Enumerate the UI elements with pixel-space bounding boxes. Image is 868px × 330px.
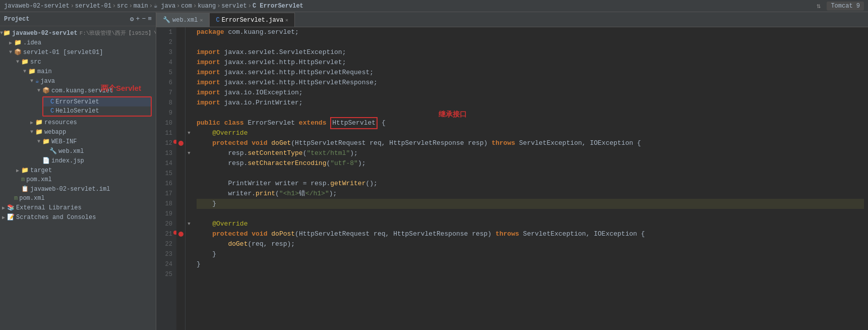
expand-arrow[interactable]: ▼ [28,129,35,135]
tree-item-iml[interactable]: 📋 javaweb-02-servlet.iml [0,184,156,194]
code-line-16: PrintWriter writer = resp.getWriter(); [197,179,864,189]
ln-20: 20 [156,219,172,229]
expand-arrow[interactable]: ▼ [35,88,42,93]
tree-item-extlibs[interactable]: ▶ 📚 External Libraries [0,203,156,212]
code-line-20: @Override [197,219,864,229]
code-line-15 [197,169,864,179]
expand-arrow[interactable]: ▼ [35,139,42,144]
code-line-8: import java.io.PrintWriter; [197,98,864,108]
code-content[interactable]: package com.kuang.servlet; import javax.… [193,27,868,330]
folder-icon: 📁 [28,68,36,75]
code-line-19 [197,209,864,219]
tab-webxml[interactable]: 🔧 web.xml ✕ [156,13,209,27]
tree-root[interactable]: ▼ 📁 javaweb-02-servlet F:\班级管理\西开【19525】… [0,28,156,38]
sort-icon[interactable]: ⇅ [817,2,821,10]
tree-item-errorservlet[interactable]: C ErrorServlet [43,97,151,106]
expand-arrow[interactable]: ▶ [0,214,7,221]
code-line-23: } [197,249,864,259]
gutter-20 [176,219,185,229]
tree-item-webapp[interactable]: ▼ 📁 webapp [0,127,156,137]
fold-12[interactable]: ▼ [185,148,193,158]
code-line-13: resp.setContentType("text/html"); [197,148,864,158]
item-label: HelloServlet [55,107,99,115]
expand-arrow[interactable]: ▼ [21,69,28,74]
item-label: ErrorServlet [55,98,99,105]
item-label: External Libraries [16,204,82,211]
code-line-24: } [197,259,864,269]
item-label: src [30,59,41,66]
folder-icon: 📁 [42,138,50,145]
tree-item-src[interactable]: ▼ 📁 src [0,57,156,67]
tree-item-webinf[interactable]: ▼ 📁 WEB-INF [0,137,156,146]
gutter [176,27,185,330]
ln-23: 23 [156,249,172,259]
expand-arrow[interactable]: ▶ [28,120,35,126]
ln-4: 4 [156,58,172,68]
tab-close-errorservlet[interactable]: ✕ [285,17,288,23]
fold-21[interactable]: ▼ [185,219,193,229]
tree-item-scratches[interactable]: ▶ 📝 Scratches and Consoles [0,212,156,222]
tree-item-java[interactable]: ▼ ☕ java [0,76,156,86]
expand-arrow[interactable]: ▼ [14,59,21,65]
code-line-2 [197,37,864,47]
fold-arrow-12[interactable]: ▼ [188,151,190,156]
tree-item-pom2[interactable]: m pom.xml [0,194,156,203]
code-line-4: import javax.servlet.http.HttpServlet; [197,58,864,68]
ln-13: 13 [156,148,172,158]
fold-10[interactable]: ▼ [185,128,193,138]
item-label: com.kuang.servlet [51,87,113,94]
breakpoint-21[interactable] [178,232,183,237]
httpservlet-highlight: HttpServlet [330,117,378,129]
fold-arrow-21[interactable]: ▼ [188,222,190,227]
code-line-9 [197,108,864,118]
tomcat-badge[interactable]: Tomcat 9 [827,2,864,11]
tree-item-resources[interactable]: ▶ 📁 resources [0,118,156,127]
tree-item-main[interactable]: ▼ 📁 main [0,67,156,76]
code-line-11: @Override [197,128,864,138]
expand-arrow[interactable]: ▶ [0,205,7,211]
item-label: main [37,68,52,75]
code-line-12: protected void doGet(HttpServletRequest … [197,138,864,148]
tree-item-webxml-sub[interactable]: 🔧 web.xml [0,146,156,156]
tree-item-pom1[interactable]: m pom.xml [0,175,156,184]
tree-item-indexjsp[interactable]: 📄 index.jsp [0,156,156,166]
tree-item-helloservlet[interactable]: C HelloServlet [43,106,151,116]
code-line-5: import javax.servlet.http.HttpServletReq… [197,68,864,78]
expand-arrow[interactable]: ▼ [28,78,35,84]
ln-11: 11 [156,128,172,138]
item-label: WEB-INF [51,138,77,145]
code-editor[interactable]: 1 2 3 4 5 6 7 8 9 10 11 12 13 14 15 16 1… [156,27,868,330]
item-label: pom.xml [19,195,44,202]
tree-item-idea[interactable]: ▶ 📁 .idea [0,38,156,47]
pom-icon: m [21,176,25,183]
gutter-25 [176,269,185,280]
item-label: web.xml [58,148,84,155]
tree-item-servlet01[interactable]: ▼ 📦 servlet-01 [servlet01] [0,47,156,57]
breakpoint-12[interactable] [178,141,183,146]
minus-icon[interactable]: − [142,15,146,23]
tab-close-webxml[interactable]: ✕ [200,17,203,23]
root-label: javaweb-02-servlet [12,30,78,37]
more-icon[interactable]: ≡ [148,15,152,23]
ln-5: 5 [156,68,172,78]
tree-item-target[interactable]: ▶ 📁 target [0,166,156,175]
item-label: resources [44,119,77,126]
tree-item-package[interactable]: ▼ 📦 com.kuang.servlet [0,86,156,95]
plus-icon[interactable]: + [136,15,140,23]
root-path: F:\班级管理\西开【19525】\2、代码 [80,29,156,37]
sidebar: Project ⚙ + − ≡ ▼ 📁 javaweb-02-servlet F… [0,12,156,330]
expand-arrow[interactable]: ▶ [7,40,14,46]
fold-arrow-10[interactable]: ▼ [188,131,190,136]
gutter-13 [176,148,185,158]
gutter-21[interactable] [176,229,185,239]
expand-arrow[interactable]: ▼ [7,49,14,55]
tab-bar: 🔧 web.xml ✕ C ErrorServlet.java ✕ [156,12,868,27]
tab-errorservlet[interactable]: C ErrorServlet.java ✕ [209,13,295,27]
settings-icon[interactable]: ⚙ [130,15,134,23]
gutter-12[interactable] [176,138,185,148]
fold-gutter: ▼ ▼ ▼ [185,27,193,330]
expand-arrow[interactable]: ▶ [14,168,21,174]
xml-icon: 🔧 [49,147,57,155]
item-label: java [40,78,55,85]
highlighted-files-box: C ErrorServlet C HelloServlet [42,96,152,117]
